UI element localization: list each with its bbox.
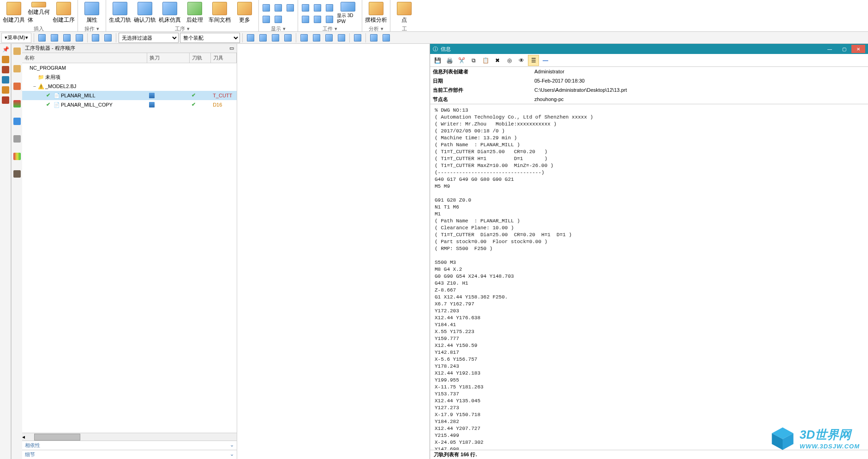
create-op-button[interactable]: 创建工序 — [52, 1, 76, 25]
close-button[interactable]: ✕ — [851, 45, 865, 53]
label: 生成刀轨 — [109, 16, 131, 24]
wp-btn[interactable] — [312, 2, 323, 13]
save-icon[interactable]: 💾 — [432, 55, 443, 66]
tb-btn[interactable] — [245, 32, 256, 43]
sel-btn[interactable] — [36, 32, 48, 43]
pin-button[interactable]: 📌 — [1, 45, 10, 54]
left-tool-strip: 📌 — [0, 44, 11, 459]
more-button[interactable]: 更多 — [233, 1, 257, 25]
tb-btn[interactable] — [299, 32, 310, 43]
tb-btn[interactable] — [368, 32, 379, 43]
scope-filter[interactable]: 整个装配 — [180, 33, 240, 43]
nav-body[interactable]: NC_PROGRAM📁未用项−⚠️_MODEL2.BJ✔📄PLANAR_MILL… — [22, 63, 237, 433]
create-geometry-button[interactable]: 创建几何体 — [27, 1, 51, 25]
postprocess-button[interactable]: 后处理 — [183, 1, 207, 25]
rb-btn[interactable] — [12, 152, 22, 161]
tb-btn[interactable] — [311, 32, 322, 43]
rb-btn[interactable] — [12, 117, 22, 126]
generate-path-button[interactable]: 生成刀轨 — [108, 1, 132, 25]
print-icon[interactable]: 🖨️ — [444, 55, 455, 66]
strip-btn[interactable] — [1, 95, 10, 105]
strip-btn[interactable] — [1, 55, 10, 64]
wp-btn[interactable] — [312, 14, 323, 25]
tb-btn[interactable] — [270, 32, 281, 43]
sel-btn[interactable] — [49, 32, 60, 43]
tree-row[interactable]: 📁未用项 — [22, 72, 237, 82]
rb-btn[interactable] — [12, 64, 22, 73]
disp-btn[interactable] — [261, 2, 272, 13]
col-name[interactable]: 名称 — [22, 53, 147, 63]
mode-icon[interactable]: ☰ — [528, 55, 539, 66]
strip-btn[interactable] — [1, 85, 10, 95]
resource-bar — [11, 44, 22, 459]
meta-key: 节点名 — [430, 95, 532, 104]
disp-btn[interactable] — [261, 14, 272, 25]
group-label: 工序 ▾ — [108, 25, 257, 33]
strip-btn[interactable] — [1, 75, 10, 84]
info-titlebar[interactable]: ⓘ 信息 — ▢ ✕ — [430, 44, 868, 54]
col-tool[interactable]: 刀具 — [211, 53, 237, 63]
group-label: 插入 — [2, 25, 76, 33]
disp-btn[interactable] — [273, 2, 284, 13]
target-icon[interactable]: ◎ — [504, 55, 515, 66]
delete-icon[interactable]: ✖ — [492, 55, 503, 66]
shop-doc-button[interactable]: 车间文档 — [208, 1, 232, 25]
tb-btn[interactable] — [381, 32, 392, 43]
detail-section[interactable]: 细节⌄ — [22, 450, 237, 459]
col-hd[interactable]: 换刀 — [147, 53, 190, 63]
dash-btn[interactable]: — — [540, 55, 551, 66]
wp-btn[interactable] — [324, 14, 335, 25]
nav-header: 名称 换刀 刀轨 刀具 — [22, 53, 237, 63]
tree-row[interactable]: −⚠️_MODEL2.BJ — [22, 82, 237, 91]
cut-icon[interactable]: ✂️ — [456, 55, 467, 66]
tree-row[interactable]: ✔📄PLANAR_MILL✔T_CUTT — [22, 91, 237, 100]
tb-btn[interactable] — [257, 32, 269, 43]
sel-btn[interactable] — [74, 32, 85, 43]
verify-path-button[interactable]: 确认刀轨 — [133, 1, 157, 25]
tb-btn[interactable] — [352, 32, 363, 43]
disp-btn[interactable] — [285, 2, 296, 13]
rb-btn[interactable] — [12, 134, 22, 143]
tb-btn[interactable] — [336, 32, 347, 43]
show-ipw-button[interactable]: 显示 3D IPW — [336, 1, 360, 25]
copy-icon[interactable]: ⧉ — [468, 55, 479, 66]
create-tool-button[interactable]: 创建刀具 — [2, 1, 26, 25]
tb-btn[interactable] — [323, 32, 335, 43]
maximize-button[interactable]: ▢ — [837, 45, 851, 53]
nav-menu-icon[interactable]: ▭ — [229, 45, 234, 51]
paste-icon[interactable]: 📋 — [480, 55, 491, 66]
tree-row[interactable]: NC_PROGRAM — [22, 63, 237, 72]
wp-btn[interactable] — [300, 14, 311, 25]
properties-button[interactable]: 属性 — [80, 1, 104, 25]
mold-analysis-button[interactable]: 摆模分析 — [364, 1, 388, 25]
label: 显示 3D IPW — [337, 12, 359, 24]
wp-btn[interactable] — [324, 2, 335, 13]
eye-icon[interactable]: 👁 — [516, 55, 527, 66]
tree-row[interactable]: ✔📄PLANAR_MILL_COPY✔D16 — [22, 100, 237, 109]
tb-btn[interactable] — [282, 32, 293, 43]
main-menu-button[interactable]: ▾ 菜单(M) ▾ — [1, 33, 31, 43]
meta-value: Administrator — [532, 67, 868, 76]
sel-btn[interactable] — [90, 32, 101, 43]
disp-btn[interactable] — [273, 14, 284, 25]
dependency-section[interactable]: 相依性⌄ — [22, 441, 237, 450]
meta-value: C:\Users\Administrator\Desktop\12\13.prt — [532, 85, 868, 95]
rb-btn[interactable] — [12, 47, 22, 56]
meta-row: 日期05-Feb-2017 00:18:30 — [430, 76, 868, 85]
sim-button[interactable]: 机床仿真 — [158, 1, 182, 25]
wp-btn[interactable] — [300, 2, 311, 13]
sel-btn[interactable] — [61, 32, 72, 43]
sel-btn[interactable] — [102, 32, 114, 43]
h-scrollbar[interactable]: ◂ — [22, 433, 237, 441]
selection-filter[interactable]: 无选择过滤器 — [119, 33, 179, 43]
point-button[interactable]: 点 — [392, 1, 416, 25]
nc-listing[interactable]: % DWG NO:13 ( Automation Technology Co.,… — [430, 104, 868, 450]
viewport-3d[interactable]: ZM XM — [237, 44, 868, 459]
rb-btn[interactable] — [12, 82, 22, 91]
col-trk[interactable]: 刀轨 — [190, 53, 211, 63]
minimize-button[interactable]: — — [823, 45, 837, 53]
strip-btn[interactable] — [1, 65, 10, 74]
rb-btn[interactable] — [12, 169, 22, 179]
rb-btn[interactable] — [12, 99, 22, 108]
group-label: 显示 ▾ — [261, 25, 296, 33]
